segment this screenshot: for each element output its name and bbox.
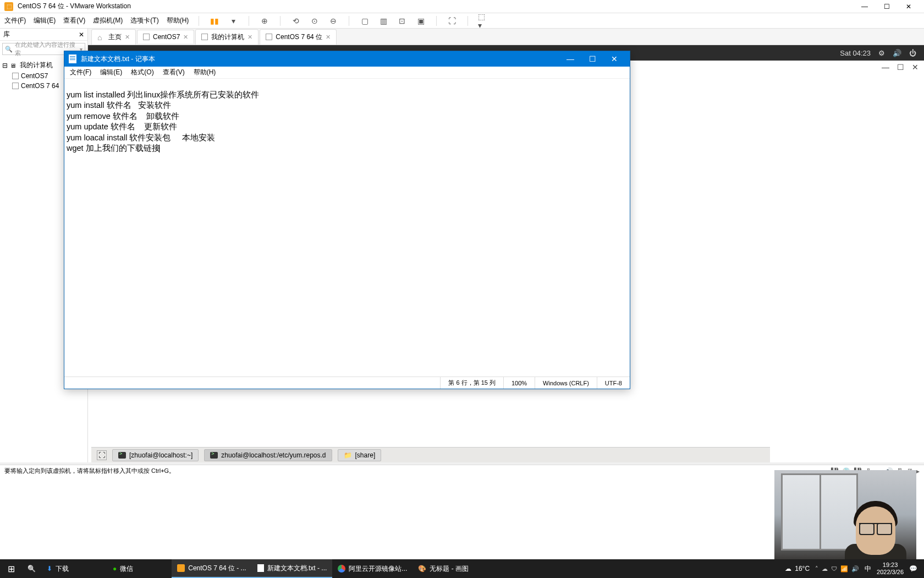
guest-taskbar: ⛶ [zhuofai@localhost:~] zhuofai@localhos…	[91, 447, 770, 462]
stretch-icon[interactable]: ⬚ ▾	[478, 15, 489, 26]
vm-icon	[12, 83, 19, 89]
guest-close-icon[interactable]: ✕	[912, 63, 919, 72]
tab-close-icon[interactable]: ✕	[326, 34, 331, 41]
notepad-menubar: 文件(F) 编辑(E) 格式(O) 查看(V) 帮助(H)	[64, 67, 630, 79]
vm-icon	[12, 73, 19, 79]
download-icon: ⬇	[47, 565, 52, 572]
notepad-statusbar: 第 6 行，第 15 列 100% Windows (CRLF) UTF-8	[64, 377, 630, 389]
notepad-title-text: 新建文本文档.txt - 记事本	[81, 54, 155, 64]
pause-vm-icon[interactable]: ▮▮	[209, 15, 220, 26]
notepad-minimize-button[interactable]: —	[559, 51, 581, 67]
minimize-button[interactable]: —	[854, 1, 876, 13]
snapshot-revert-icon[interactable]: ⊖	[328, 15, 339, 26]
sidebar-title: 库	[3, 30, 10, 39]
menu-view[interactable]: 查看(V)	[63, 16, 85, 25]
sidebar-close-icon[interactable]: ✕	[79, 31, 84, 39]
device-more-icon[interactable]: ▸	[916, 467, 920, 475]
panel-terminal-1[interactable]: [zhuofai@localhost:~]	[112, 449, 199, 461]
notepad-close-button[interactable]: ✕	[603, 51, 625, 67]
guest-window-controls: — ☐ ✕	[882, 63, 919, 72]
menu-vm[interactable]: 虚拟机(M)	[93, 16, 123, 25]
vmware-icon	[4, 2, 13, 11]
taskbar-chrome[interactable]: 阿里云开源镜像站...	[332, 559, 413, 578]
vm-icon	[266, 34, 272, 40]
notepad-text-area[interactable]: yum list installed 列出linux操作系统所有已安装的软件 y…	[64, 79, 630, 377]
search-icon: 🔍	[5, 46, 13, 53]
notepad-menu-view[interactable]: 查看(V)	[163, 68, 185, 77]
status-position: 第 6 行，第 15 列	[440, 377, 503, 389]
tray-cloud-icon[interactable]: ☁	[822, 565, 828, 572]
panel-files[interactable]: [share]	[338, 449, 382, 461]
downloads-shortcut[interactable]: ⬇ 下载	[41, 559, 74, 578]
snapshot-manager-icon[interactable]: ⊙	[309, 15, 320, 26]
folder-icon	[344, 451, 352, 459]
tab-centos7[interactable]: CentOS7 ✕	[137, 30, 194, 43]
maximize-button[interactable]: ☐	[876, 1, 898, 13]
terminal-icon	[210, 452, 218, 459]
vmware-titlebar: CentOS 7 64 位 - VMware Workstation — ☐ ✕	[0, 0, 924, 13]
show-desktop-icon[interactable]: ⛶	[97, 450, 107, 460]
tray-security-icon[interactable]: 🛡	[831, 565, 837, 572]
notepad-menu-format[interactable]: 格式(O)	[131, 68, 153, 77]
guest-minimize-icon[interactable]: —	[882, 63, 889, 72]
menu-edit[interactable]: 编辑(E)	[34, 16, 56, 25]
taskbar-wechat[interactable]: ● 微信	[107, 559, 139, 578]
tray-up-icon[interactable]: ˄	[815, 565, 818, 572]
notepad-titlebar[interactable]: 新建文本文档.txt - 记事本 — ☐ ✕	[64, 51, 630, 67]
menu-help[interactable]: 帮助(H)	[167, 16, 189, 25]
status-encoding: UTF-8	[597, 377, 630, 389]
guest-clock[interactable]: Sat 04:23	[840, 49, 871, 57]
tab-home[interactable]: 主页 ✕	[91, 29, 136, 45]
panel-terminal-2[interactable]: zhuofai@localhost:/etc/yum.repos.d	[204, 449, 332, 461]
snapshot-icon[interactable]: ⟲	[290, 15, 301, 26]
vm-icon	[201, 34, 208, 40]
vm-tabs: 主页 ✕ CentOS7 ✕ 我的计算机 ✕ CentOS 7 64 位 ✕	[88, 29, 924, 45]
taskbar-vmware[interactable]: CentOS 7 64 位 - ...	[172, 559, 251, 578]
notepad-icon	[257, 564, 264, 572]
notepad-menu-edit[interactable]: 编辑(E)	[100, 68, 122, 77]
notepad-maximize-button[interactable]: ☐	[581, 51, 603, 67]
volume-icon[interactable]: 🔊	[893, 49, 901, 57]
tab-close-icon[interactable]: ✕	[125, 34, 130, 41]
status-eol: Windows (CRLF)	[535, 377, 597, 389]
tab-mycomputer[interactable]: 我的计算机 ✕	[195, 29, 258, 45]
taskbar-paint[interactable]: 🎨 无标题 - 画图	[413, 559, 474, 578]
menu-tabs[interactable]: 选项卡(T)	[130, 16, 158, 25]
start-button[interactable]	[0, 559, 22, 578]
close-button[interactable]: ✕	[898, 1, 920, 13]
tab-centos7-64[interactable]: CentOS 7 64 位 ✕	[260, 29, 337, 45]
tab-close-icon[interactable]: ✕	[248, 34, 252, 41]
view-console-icon[interactable]: ▣	[415, 15, 426, 26]
view-unity-icon[interactable]: ⊡	[397, 15, 408, 26]
notifications-icon[interactable]: 💬	[909, 565, 917, 572]
search-button[interactable]	[22, 559, 41, 578]
system-tray[interactable]: ˄ ☁ 🛡 📶 🔊	[815, 565, 859, 572]
computer-icon	[10, 62, 18, 69]
paint-icon: 🎨	[418, 565, 426, 572]
window-title: CentOS 7 64 位 - VMware Workstation	[18, 2, 854, 11]
weather-icon: ☁	[785, 565, 791, 572]
ime-indicator[interactable]: 中	[865, 564, 871, 574]
home-icon	[97, 33, 105, 41]
power-icon[interactable]: ⏻	[909, 49, 916, 57]
notepad-menu-help[interactable]: 帮助(H)	[194, 68, 216, 77]
status-message: 要将输入定向到该虚拟机，请将鼠标指针移入其中或按 Ctrl+G。	[4, 467, 175, 475]
view-thumb-icon[interactable]: ▥	[378, 15, 389, 26]
menu-file[interactable]: 文件(F)	[4, 16, 26, 25]
taskbar-notepad[interactable]: 新建文本文档.txt - ...	[252, 559, 333, 578]
send-keys-icon[interactable]: ⊕	[259, 15, 270, 26]
terminal-icon	[118, 452, 126, 459]
collapse-icon[interactable]: ⊟	[2, 62, 8, 69]
notepad-menu-file[interactable]: 文件(F)	[70, 68, 91, 77]
tray-wifi-icon[interactable]: 📶	[840, 565, 848, 572]
fullscreen-icon[interactable]: ⛶	[447, 15, 458, 26]
view-single-icon[interactable]: ▢	[359, 15, 370, 26]
guest-maximize-icon[interactable]: ☐	[897, 63, 904, 72]
taskbar-clock[interactable]: 19:23 2022/3/26	[877, 561, 904, 576]
weather-widget[interactable]: ☁ 16°C	[785, 565, 810, 572]
network-icon[interactable]: ⚙	[878, 49, 885, 57]
window-controls: — ☐ ✕	[854, 1, 920, 13]
tray-volume-icon[interactable]: 🔊	[851, 565, 859, 572]
tab-close-icon[interactable]: ✕	[183, 34, 188, 41]
toolbar-dropdown-icon[interactable]: ▾	[228, 15, 239, 26]
